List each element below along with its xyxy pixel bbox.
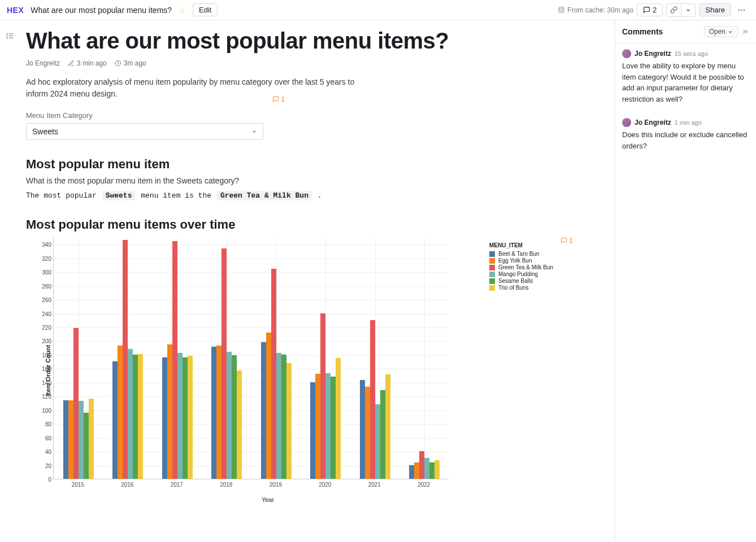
edited-ago: 3 min ago — [68, 59, 107, 67]
bar[interactable] — [281, 355, 286, 479]
legend-swatch — [489, 265, 495, 270]
bar[interactable] — [237, 370, 242, 479]
comment-head: Jo Engreitz1 min ago — [622, 118, 749, 127]
bar[interactable] — [375, 404, 380, 479]
bar[interactable] — [286, 363, 292, 479]
bar[interactable] — [227, 352, 232, 479]
description-comment-count: 1 — [281, 95, 285, 103]
bar[interactable] — [424, 458, 429, 479]
bar[interactable] — [315, 374, 320, 479]
bar[interactable] — [271, 269, 276, 479]
bar[interactable] — [331, 377, 336, 479]
bar[interactable] — [325, 373, 331, 479]
comments-controls: Open — [704, 26, 749, 37]
bar[interactable] — [365, 387, 370, 479]
bar[interactable] — [128, 349, 133, 479]
legend-item[interactable]: Mango Pudding — [489, 271, 573, 277]
bar[interactable] — [79, 401, 84, 479]
bar[interactable] — [172, 241, 177, 479]
bar[interactable] — [385, 374, 390, 479]
share-button[interactable]: Share — [699, 3, 731, 16]
chart-plot: 0204060801001201401601802002202402602803… — [53, 238, 449, 479]
category-select[interactable]: Sweets — [26, 123, 263, 140]
bar[interactable] — [320, 313, 325, 479]
x-tick-label: 2020 — [319, 482, 331, 488]
comment-time: 1 min ago — [675, 119, 702, 126]
bar[interactable] — [370, 320, 375, 479]
bar[interactable] — [63, 400, 68, 479]
bar[interactable] — [123, 240, 128, 479]
bar[interactable] — [118, 346, 123, 479]
bar[interactable] — [360, 380, 365, 479]
bar[interactable] — [336, 358, 341, 479]
left-gutter — [0, 20, 19, 542]
project-title: What are our most popular menu items? — [31, 6, 172, 15]
comment-item[interactable]: Jo Engreitz15 secs agoLove the ability t… — [615, 43, 756, 112]
legend-item[interactable]: Egg Yolk Bun — [489, 257, 573, 264]
comment-item[interactable]: Jo Engreitz1 min agoDoes this include or… — [615, 112, 756, 159]
bar[interactable] — [380, 390, 385, 479]
legend-item[interactable]: Sesame Balls — [489, 278, 573, 284]
chart-comment-badge[interactable]: 1 — [561, 237, 573, 244]
bar[interactable] — [89, 399, 94, 479]
bar[interactable] — [188, 356, 193, 479]
bar[interactable] — [276, 353, 281, 479]
description-comment-badge[interactable]: 1 — [272, 95, 285, 103]
bar[interactable] — [68, 400, 73, 479]
bar[interactable] — [310, 382, 315, 479]
comment-body: Love the ability to explore by menu item… — [622, 60, 749, 104]
bar[interactable] — [177, 353, 183, 479]
bar[interactable] — [266, 333, 271, 479]
more-menu-button[interactable]: ··· — [735, 3, 749, 17]
bar[interactable] — [138, 354, 143, 479]
legend-item[interactable]: Trio of Buns — [489, 285, 573, 291]
content: What are our most popular menu items? Jo… — [19, 20, 573, 542]
avatar — [622, 118, 631, 127]
edit-button[interactable]: Edit — [193, 3, 218, 16]
author: Jo Engreitz — [26, 59, 60, 67]
history-icon — [115, 60, 121, 67]
comments-filter-label: Open — [709, 28, 725, 36]
y-tick-label: 0 — [34, 477, 51, 483]
comments-button[interactable]: 2 — [637, 3, 663, 16]
bar[interactable] — [133, 355, 138, 479]
comments-list: Jo Engreitz15 secs agoLove the ability t… — [615, 43, 756, 159]
bar[interactable] — [162, 357, 167, 479]
logo[interactable]: HEX — [7, 6, 24, 15]
bar[interactable] — [216, 346, 221, 479]
legend-item[interactable]: Green Tea & Milk Bun — [489, 264, 573, 270]
toc-icon[interactable] — [6, 32, 14, 542]
bar[interactable] — [73, 328, 79, 479]
bar[interactable] — [211, 347, 216, 479]
y-tick-label: 140 — [34, 379, 51, 386]
y-tick-label: 120 — [34, 394, 51, 400]
legend-item[interactable]: Beet & Taro Bun — [489, 251, 573, 257]
content-scroll[interactable]: What are our most popular menu items? Jo… — [0, 20, 615, 542]
bar[interactable] — [435, 460, 440, 479]
collapse-panel-button[interactable] — [741, 28, 749, 36]
gridline — [54, 259, 449, 259]
bar[interactable] — [221, 248, 227, 479]
x-tick-label: 2022 — [418, 482, 430, 488]
bar[interactable] — [419, 451, 424, 479]
cache-icon — [558, 6, 565, 14]
y-tick-label: 280 — [34, 283, 51, 289]
comments-filter-dropdown[interactable]: Open — [704, 26, 738, 37]
star-icon[interactable]: ☆ — [179, 6, 186, 15]
run-ago-text: 3m ago — [124, 59, 146, 67]
bar[interactable] — [183, 357, 188, 479]
bar[interactable] — [261, 342, 266, 479]
bar[interactable] — [84, 413, 89, 479]
section1-heading: Most popular menu item — [26, 157, 573, 172]
y-tick-label: 80 — [34, 421, 51, 427]
bar[interactable] — [112, 361, 118, 479]
bar[interactable] — [414, 462, 419, 479]
bar[interactable] — [409, 465, 414, 479]
link-dropdown-button[interactable] — [681, 3, 696, 17]
bar[interactable] — [232, 355, 237, 479]
copy-link-button[interactable] — [666, 3, 681, 17]
svg-point-1 — [6, 33, 7, 34]
bar[interactable] — [167, 344, 172, 479]
bar[interactable] — [429, 462, 435, 479]
legend-swatch — [489, 272, 495, 277]
